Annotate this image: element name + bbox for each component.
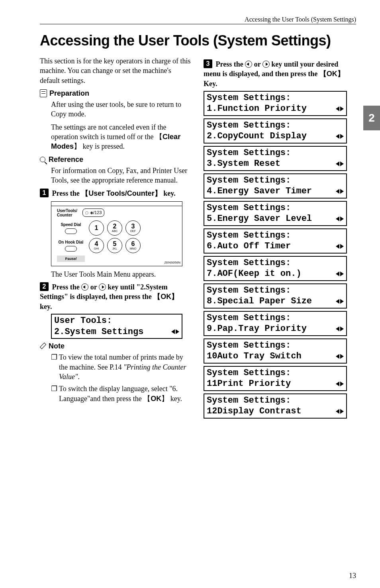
page-title: Accessing the User Tools (System Setting…: [40, 32, 356, 49]
lcd-line1: System Settings:: [207, 340, 291, 351]
prep-para-1: After using the user tools, be sure to r…: [51, 100, 192, 119]
lcd-line2: 3.System Reset: [207, 158, 280, 169]
lcd-line2: 6.Auto Off Timer: [207, 241, 291, 252]
onhook-button: [65, 246, 77, 252]
k4s: GHI: [94, 247, 99, 250]
lcd-system-settings-8: System Settings:8.Special Paper Size: [204, 283, 347, 309]
prep-para-2: The settings are not canceled even if th…: [51, 122, 192, 151]
left-arrow-key-icon-2: [245, 61, 252, 68]
note-heading: Note: [40, 341, 192, 351]
row-3: Pause/ Redial: [57, 256, 178, 262]
prep-2b: key is pressed.: [81, 142, 125, 150]
figure-caption: ZENS058N: [165, 261, 180, 265]
step-3-text: Press the or key until your desired menu…: [204, 60, 345, 88]
intro-text: This section is for the key operators in…: [40, 56, 192, 85]
pause-redial-label: Pause/ Redial: [57, 256, 85, 262]
pencil-icon: [40, 343, 46, 349]
lcd-line2: 8.Special Paper Size: [207, 296, 312, 307]
step-1-badge: 1: [40, 189, 49, 197]
note-item-1: To view the total number of prints made …: [51, 352, 192, 382]
lcd-line2: 9.Pap.Tray Priority: [207, 323, 307, 334]
lr-arrow-icon: [336, 243, 344, 250]
ok-key-s2: OK: [161, 293, 171, 301]
lcd-user-tools: User Tools: 2.System Settings: [51, 314, 182, 339]
s2d: key.: [40, 303, 52, 311]
preparation-label: Preparation: [49, 88, 89, 98]
lr-arrow-icon: [336, 270, 344, 277]
lcd-line1: System Settings:: [207, 368, 291, 379]
key-5: 5JKL: [107, 238, 122, 253]
running-header: Accessing the User Tools (System Setting…: [40, 16, 356, 24]
step-3-badge: 3: [204, 59, 212, 68]
step-2-badge: 2: [40, 282, 49, 291]
lcd-line1: System Settings:: [207, 230, 291, 241]
lcd-line1: System Settings:: [207, 258, 291, 269]
lcd-system-settings-9: System Settings:9.Pap.Tray Priority: [204, 311, 347, 336]
ut-l1: UserTools/: [57, 208, 77, 213]
s2b: or: [88, 283, 99, 291]
key-6: 6MNO: [125, 238, 141, 253]
lcd-line2: 12Display Contrast: [207, 406, 302, 417]
redial-l: Redial: [65, 262, 76, 262]
s1a: Press the: [52, 189, 82, 197]
k3: 3: [131, 223, 135, 230]
lr-arrow-icon: [336, 298, 344, 305]
lcd-system-settings-5: System Settings:5.Energy Saver Level: [204, 201, 347, 226]
lr-arrow-icon: [336, 188, 344, 195]
k3s: DEF: [130, 230, 136, 232]
left-arrow-key-icon: [81, 283, 88, 291]
speed-dial-label: Speed Dial: [57, 222, 85, 228]
lr-arrow-icon: [336, 105, 344, 112]
usertools-glyph: ◈/123: [90, 210, 102, 216]
s3d: Key.: [204, 80, 217, 88]
lr-arrow-icon: [336, 408, 344, 415]
usertools-label: UserTools/ Counter: [57, 208, 80, 217]
lcd-system-settings-6: System Settings:6.Auto Off Timer: [204, 228, 347, 254]
s1b: key.: [162, 189, 176, 197]
lcd-line2: 5.Energy Saver Level: [207, 213, 312, 224]
lcd-line1: System Settings:: [207, 175, 291, 186]
k2s: ABC: [112, 230, 118, 232]
lcd-line2: 11Print Priority: [207, 378, 291, 389]
key-3: 3DEF: [125, 220, 141, 236]
lcd-system-settings-4: System Settings:4.Energy Saver Timer: [204, 173, 347, 199]
key-4: 4GHI: [89, 238, 104, 253]
usertools-button: ◈/123: [82, 208, 104, 217]
step-2-text: Press the or key until "2.System Setting…: [40, 283, 178, 311]
lr-arrow-icon: [336, 325, 344, 332]
lcd-line1: System Settings:: [207, 203, 291, 214]
lr-arrow-icon: [336, 215, 344, 222]
after-panel-text: The User Tools Main Menu appears.: [51, 269, 192, 279]
magnifier-icon: [40, 157, 45, 162]
note-item-2: To switch the display language, select "…: [51, 384, 192, 403]
lcd-line2: 7.AOF(Keep it on.): [207, 268, 302, 279]
lcd-system-settings-12: System Settings:12Display Contrast: [204, 393, 347, 419]
lcd-line1: System Settings:: [207, 313, 291, 324]
lcd-line1: System Settings:: [207, 147, 291, 159]
lcd-line1: System Settings:: [207, 120, 291, 131]
keypad-inner: UserTools/ Counter ◈/123 Speed Dial 1: [51, 206, 182, 266]
lcd-line1: System Settings:: [207, 395, 291, 406]
lcd2-l2: 2.System Settings: [54, 326, 143, 338]
s3b: or: [252, 60, 262, 68]
k1: 1: [95, 225, 98, 231]
k4: 4: [95, 241, 98, 247]
left-column: This section is for the key operators in…: [40, 56, 192, 421]
note-label: Note: [49, 341, 65, 351]
step-2: 2 Press the or key until "2.System Setti…: [40, 282, 192, 311]
k2: 2: [113, 223, 117, 230]
lcd-line1: System Settings:: [207, 92, 291, 104]
row-1: Speed Dial 1 2ABC 3DEF: [57, 220, 178, 236]
prep-2a: The settings are not canceled even if th…: [51, 123, 166, 141]
lcd-line2: 4.Energy Saver Timer: [207, 186, 312, 197]
k5s: JKL: [112, 247, 117, 250]
user-tools-key: User Tools/Counter: [88, 189, 155, 197]
lr-arrow-icon: [336, 380, 344, 387]
right-arrow-key-icon: [99, 283, 106, 291]
lr-arrow-icon: [336, 133, 344, 140]
lcd-system-settings-3: System Settings:3.System Reset: [204, 146, 347, 171]
step-3: 3 Press the or key until your desired me…: [204, 59, 356, 88]
usertools-row: UserTools/ Counter ◈/123: [57, 208, 178, 217]
right-column: 3 Press the or key until your desired me…: [204, 56, 356, 421]
step-1: 1 Press the 【User Tools/Counter】 key.: [40, 189, 192, 198]
